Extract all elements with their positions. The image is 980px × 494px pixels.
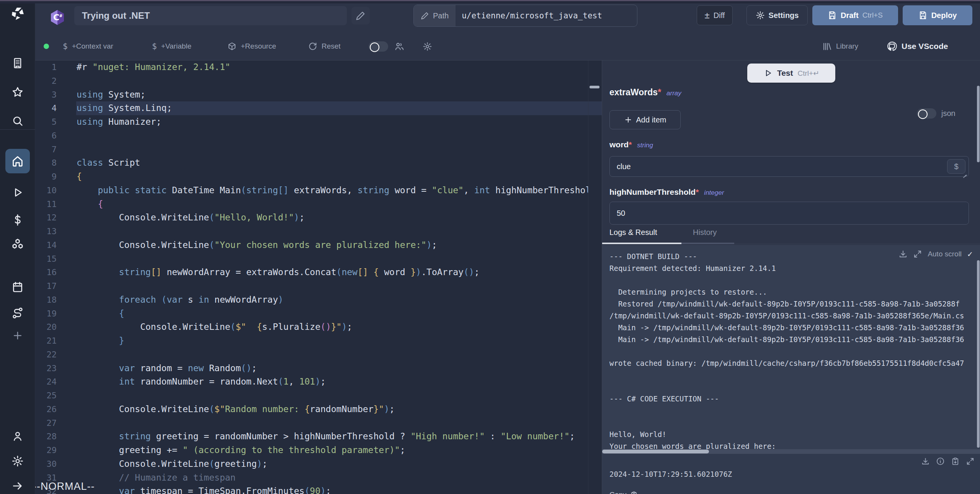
editor-scrollbar-thumb[interactable]	[590, 86, 599, 88]
sidebar	[0, 3, 35, 494]
code-line[interactable]: 6	[35, 129, 602, 143]
code-line[interactable]: 3using System;	[35, 88, 602, 102]
dollar-icon: $	[63, 42, 68, 51]
word-variable-picker-button[interactable]: $	[947, 159, 965, 174]
code-line[interactable]: 13	[35, 225, 602, 238]
line-number: 30	[35, 457, 57, 471]
copy-result-button[interactable]	[951, 457, 960, 466]
line-code	[57, 348, 77, 362]
sidebar-item-runs[interactable]	[0, 185, 35, 200]
diff-button[interactable]: ± Diff	[697, 5, 733, 25]
download-logs-button[interactable]	[898, 249, 908, 259]
form-scrollbar-thumb[interactable]	[977, 86, 980, 162]
result-copy-row[interactable]: Copy	[609, 491, 638, 494]
code-line[interactable]: 9{	[35, 170, 602, 184]
gear-icon	[423, 42, 432, 51]
line-code: Console.WriteLine(greeting);	[57, 457, 268, 471]
edit-summary-button[interactable]	[351, 7, 370, 24]
sidebar-item-favorites[interactable]	[0, 85, 35, 100]
sidebar-item-flows[interactable]	[0, 305, 35, 321]
code-line[interactable]: 7	[35, 143, 602, 157]
code-line[interactable]: 28 string greeting = randomNumber > high…	[35, 430, 602, 443]
word-input[interactable]	[609, 156, 969, 177]
code-editor[interactable]: 1#r "nuget: Humanizer, 2.14.1"23using Sy…	[35, 60, 602, 494]
log-line	[609, 405, 980, 417]
editor-settings-button[interactable]	[423, 32, 432, 60]
result-info-button[interactable]	[936, 457, 945, 466]
settings-button[interactable]: Settings	[746, 5, 808, 25]
logs-hscroll-thumb[interactable]	[602, 450, 709, 453]
line-code: Console.WriteLine($" {s.Pluralize()}");	[57, 320, 352, 334]
sidebar-item-home-active[interactable]	[5, 149, 30, 173]
code-line[interactable]: 27	[35, 416, 602, 430]
code-line[interactable]: 26 Console.WriteLine($"Random number: {r…	[35, 403, 602, 416]
add-resource-button[interactable]: +Resource	[227, 32, 276, 60]
path-field[interactable]: Path u/etienne/microsoft_java_test	[413, 5, 637, 27]
add-item-button[interactable]: Add item	[609, 110, 681, 129]
code-line[interactable]: 19 {	[35, 307, 602, 321]
code-line[interactable]: 1#r "nuget: Humanizer, 2.14.1"	[35, 60, 602, 74]
code-line[interactable]: 20 Console.WriteLine($" {s.Pluralize()}"…	[35, 320, 602, 334]
multiplayer-button[interactable]	[394, 32, 404, 60]
add-context-var-button[interactable]: $ +Context var	[63, 32, 113, 60]
tab-history[interactable]: History	[693, 228, 717, 237]
code-line[interactable]: 32 var timespan = TimeSpan.FromMinutes(9…	[35, 484, 602, 494]
code-line[interactable]: 2	[35, 74, 602, 88]
code-line[interactable]: 30 Console.WriteLine(greeting);	[35, 457, 602, 471]
reset-button[interactable]: Reset	[308, 32, 341, 60]
add-resource-label: +Resource	[241, 42, 276, 51]
code-line[interactable]: 10 public static DateTime Main(string[] …	[35, 184, 602, 197]
log-line	[609, 381, 980, 393]
json-toggle[interactable]	[917, 108, 936, 119]
sidebar-item-schedules[interactable]	[0, 279, 35, 295]
expand-logs-button[interactable]	[913, 249, 922, 259]
line-number: 26	[35, 403, 57, 416]
draft-button[interactable]: Draft Ctrl+S	[812, 5, 898, 25]
diff-mode-toggle[interactable]	[369, 41, 388, 52]
deploy-button[interactable]: Deploy	[903, 5, 972, 25]
result-controls	[921, 457, 975, 466]
code-line[interactable]: 21 }	[35, 334, 602, 348]
code-line[interactable]: 14 Console.WriteLine("Your chosen words …	[35, 238, 602, 252]
windmill-logo[interactable]	[0, 6, 35, 21]
tab-logs-result[interactable]: Logs & Result	[609, 228, 657, 237]
logs-horizontal-scrollbar[interactable]	[602, 449, 980, 454]
use-vscode-button[interactable]: Use VScode	[887, 32, 948, 60]
code-line[interactable]: 24 int randomNumber = random.Next(1, 101…	[35, 375, 602, 389]
code-line[interactable]: 29 greeting += " (according to the thres…	[35, 443, 602, 457]
sidebar-item-account[interactable]	[0, 429, 35, 444]
code-line[interactable]: 25	[35, 389, 602, 403]
code-line[interactable]: 16 string[] newWordArray = extraWords.Co…	[35, 266, 602, 279]
sidebar-item-add[interactable]	[0, 328, 35, 343]
code-line[interactable]: 4using System.Linq;	[35, 101, 602, 115]
code-line[interactable]: 18 foreach (var s in newWordArray)	[35, 293, 602, 307]
reset-label: Reset	[322, 42, 341, 51]
code-line[interactable]: 8class Script	[35, 156, 602, 170]
check-icon[interactable]: ✓	[967, 250, 973, 259]
threshold-input[interactable]	[609, 202, 969, 225]
add-variable-button[interactable]: $ +Variable	[152, 32, 191, 60]
test-button[interactable]: Test Ctrl+↵	[747, 64, 835, 83]
sidebar-item-search[interactable]	[0, 113, 35, 129]
code-line[interactable]: 23 var random = new Random();	[35, 362, 602, 375]
sidebar-item-settings[interactable]	[0, 453, 35, 469]
code-line[interactable]: 22	[35, 348, 602, 362]
expand-result-button[interactable]	[966, 457, 975, 466]
logs-scrollbar-thumb[interactable]	[977, 260, 980, 448]
sidebar-item-workspace[interactable]	[0, 55, 35, 71]
library-button[interactable]: Library	[822, 32, 858, 60]
building-icon	[11, 57, 24, 69]
logs-panel[interactable]: --- DOTNET BUILD ---Requirement detected…	[602, 245, 980, 449]
script-title[interactable]: Trying out .NET	[74, 6, 347, 25]
code-line[interactable]: 15	[35, 252, 602, 266]
code-line[interactable]: 11 {	[35, 197, 602, 211]
code-line[interactable]: 12 Console.WriteLine("Hello, World!");	[35, 211, 602, 225]
download-result-button[interactable]	[921, 457, 930, 466]
code-line[interactable]: 31 // Humanize a timespan	[35, 471, 602, 485]
sidebar-item-resources[interactable]	[0, 237, 35, 252]
code-line[interactable]: 5using Humanizer;	[35, 115, 602, 129]
word-input-resize-handle[interactable]	[962, 172, 967, 177]
sidebar-item-variables[interactable]	[0, 212, 35, 228]
sidebar-item-collapse[interactable]	[0, 478, 35, 494]
code-line[interactable]: 17	[35, 279, 602, 293]
